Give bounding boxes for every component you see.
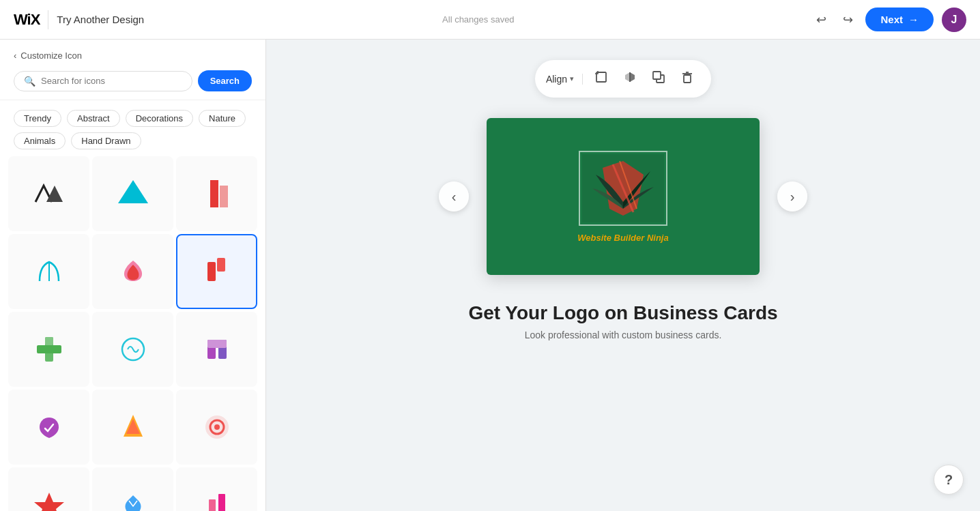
card-preview-wrap: ‹ — [487, 118, 760, 275]
icon-grid — [8, 156, 257, 511]
svg-rect-8 — [37, 345, 61, 353]
undo-button[interactable]: ↩ — [812, 10, 831, 30]
svg-point-18 — [214, 424, 220, 430]
toolbar-delete-button[interactable] — [674, 65, 700, 92]
toolbar-duplicate-button[interactable] — [646, 65, 672, 92]
layout: ‹ Customize Icon 🔍 Search Trendy Abstrac… — [0, 0, 980, 511]
svg-rect-4 — [207, 262, 216, 281]
icon-cell-10[interactable] — [8, 390, 89, 465]
icon-cell-9[interactable] — [176, 312, 257, 387]
promo-title: Get Your Logo on Business Cards — [468, 302, 777, 324]
back-icon: ‹ — [14, 50, 16, 61]
icon-cell-3[interactable] — [176, 156, 257, 231]
toolbar-flip-button[interactable] — [617, 65, 643, 92]
svg-marker-19 — [34, 493, 64, 511]
sidebar: ‹ Customize Icon 🔍 Search Trendy Abstrac… — [0, 40, 266, 511]
toolbar-align[interactable]: Align ▾ — [546, 74, 583, 85]
business-card: Website Builder Ninja — [487, 118, 760, 275]
icon-cell-4[interactable] — [8, 234, 89, 309]
tag-decorations[interactable]: Decorations — [126, 110, 193, 127]
svg-rect-20 — [209, 499, 216, 511]
topbar-left: WiX Try Another Design — [14, 10, 144, 29]
svg-rect-25 — [684, 75, 691, 83]
tag-animals[interactable]: Animals — [14, 132, 66, 149]
svg-rect-21 — [218, 494, 225, 511]
next-button[interactable]: Next → — [865, 8, 934, 31]
icon-cell-7[interactable] — [8, 312, 89, 387]
icon-cell-5[interactable] — [92, 234, 173, 309]
icon-cell-1[interactable] — [8, 156, 89, 231]
svg-rect-2 — [220, 186, 228, 207]
search-input[interactable] — [41, 76, 182, 86]
canvas-toolbar: Align ▾ — [535, 60, 711, 98]
sidebar-header: ‹ Customize Icon 🔍 Search — [0, 40, 265, 100]
search-row: 🔍 Search — [14, 70, 252, 91]
icon-cell-6[interactable] — [176, 234, 257, 309]
filter-tags: Trendy Abstract Decorations Nature Anima… — [0, 100, 265, 156]
icon-cell-13[interactable] — [8, 467, 89, 511]
topbar-divider — [48, 10, 48, 29]
tag-hand-drawn[interactable]: Hand Drawn — [71, 132, 141, 149]
back-label: Customize Icon — [20, 50, 82, 61]
wix-logo: WiX — [14, 11, 40, 29]
icon-cell-11[interactable] — [92, 390, 173, 465]
help-button[interactable]: ? — [934, 465, 964, 495]
icon-cell-14[interactable] — [92, 467, 173, 511]
card-logo-frame — [579, 151, 667, 226]
svg-rect-13 — [207, 340, 227, 348]
align-label: Align — [546, 74, 567, 85]
topbar-title: Try Another Design — [57, 14, 144, 25]
align-arrow-icon: ▾ — [570, 74, 574, 83]
icon-grid-wrap — [0, 156, 265, 511]
avatar[interactable]: J — [942, 8, 966, 32]
icon-cell-2[interactable] — [92, 156, 173, 231]
promo-subtitle: Look professional with custom business c… — [468, 330, 777, 340]
svg-rect-9 — [45, 337, 53, 345]
main-area: Align ▾ ‹ — [266, 40, 980, 511]
search-input-wrap: 🔍 — [14, 71, 192, 91]
back-link[interactable]: ‹ Customize Icon — [14, 50, 252, 61]
topbar-right: ↩ ↪ Next → J — [812, 8, 966, 32]
icon-cell-15[interactable] — [176, 467, 257, 511]
redo-button[interactable]: ↪ — [839, 10, 857, 30]
icon-cell-12[interactable] — [176, 390, 257, 465]
topbar-status: All changes saved — [442, 14, 515, 25]
icon-cell-8[interactable] — [92, 312, 173, 387]
toolbar-crop-button[interactable] — [588, 65, 614, 92]
prev-card-button[interactable]: ‹ — [439, 181, 469, 211]
tag-trendy[interactable]: Trendy — [14, 110, 61, 127]
svg-rect-1 — [210, 180, 218, 207]
tag-nature[interactable]: Nature — [199, 110, 246, 127]
search-icon: 🔍 — [24, 76, 35, 87]
next-card-button[interactable]: › — [777, 181, 807, 211]
svg-marker-0 — [118, 180, 148, 203]
svg-rect-5 — [217, 258, 225, 272]
topbar: WiX Try Another Design All changes saved… — [0, 0, 980, 40]
tag-abstract[interactable]: Abstract — [67, 110, 120, 127]
svg-rect-24 — [653, 72, 661, 79]
search-button[interactable]: Search — [198, 70, 252, 91]
promo-section: Get Your Logo on Business Cards Look pro… — [468, 302, 777, 340]
card-brand-name: Website Builder Ninja — [577, 233, 668, 243]
